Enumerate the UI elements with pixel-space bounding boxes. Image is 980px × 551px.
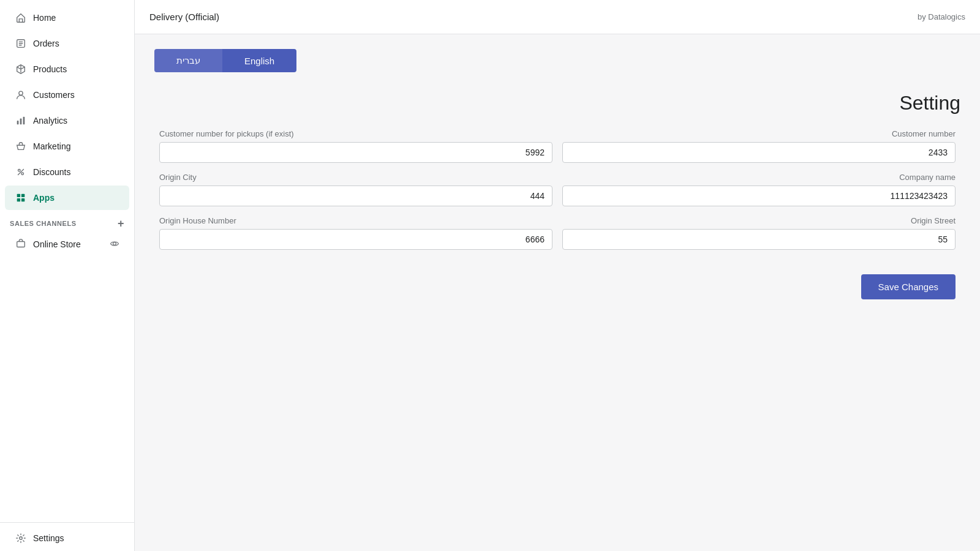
svg-point-13 [20,537,23,540]
english-button[interactable]: English [222,49,296,72]
by-label: by Datalogics [918,12,965,21]
save-changes-button[interactable]: Save Changes [861,274,956,299]
content-area: עברית English Setting Customer number fo… [135,34,980,551]
origin-house-label: Origin House Number [159,216,552,225]
sidebar-item-marketing-label: Marketing [33,141,70,151]
form-group-origin-city: Origin City [154,173,557,206]
sidebar-item-home-label: Home [33,13,56,23]
topbar: Delivery (Official) by Datalogics [135,0,980,34]
svg-rect-10 [21,198,24,201]
analytics-icon [15,114,27,127]
online-store-icon [15,238,27,250]
sidebar-item-apps-label: Apps [33,193,55,203]
svg-rect-11 [17,242,25,247]
origin-city-input[interactable] [159,186,552,206]
sidebar: Home Orders Products Customers Analytics… [0,0,135,551]
origin-house-input[interactable] [159,229,552,250]
add-sales-channel-button[interactable]: + [118,218,124,229]
language-toggle: עברית English [154,49,960,72]
svg-rect-8 [21,194,24,197]
settings-form: Customer number for pickups (if exist) C… [154,129,960,260]
orders-icon [15,37,27,50]
save-button-container: Save Changes [154,274,960,299]
origin-street-label: Origin Street [562,216,956,225]
svg-rect-9 [17,198,20,201]
online-store-visibility-icon[interactable] [110,239,119,250]
sidebar-item-orders[interactable]: Orders [5,31,129,56]
customer-number-input[interactable] [562,142,956,163]
sidebar-item-online-store[interactable]: Online Store [5,232,129,257]
form-group-origin-street: Origin Street [557,216,960,250]
svg-point-12 [113,242,116,245]
svg-rect-4 [23,117,25,125]
home-icon [15,12,27,24]
sidebar-item-marketing[interactable]: Marketing [5,134,129,159]
sidebar-item-settings-label: Settings [33,533,64,543]
sidebar-item-discounts[interactable]: Discounts [5,160,129,184]
hebrew-button[interactable]: עברית [154,49,222,72]
sidebar-item-home[interactable]: Home [5,6,129,30]
sidebar-item-analytics[interactable]: Analytics [5,108,129,133]
sidebar-bottom: Settings [0,522,134,551]
apps-icon [15,192,27,204]
sales-channels-section: SALES CHANNELS + [0,211,134,231]
sidebar-item-orders-label: Orders [33,39,59,48]
sidebar-item-discounts-label: Discounts [33,167,70,177]
svg-point-5 [18,170,21,172]
company-name-input[interactable] [562,186,956,206]
sidebar-item-settings[interactable]: Settings [5,526,129,550]
form-group-customer-number: Customer number [557,129,960,163]
sidebar-item-customers-label: Customers [33,90,75,100]
discounts-icon [15,166,27,178]
origin-street-input[interactable] [562,229,956,250]
svg-rect-2 [17,121,19,124]
svg-rect-7 [17,194,20,197]
svg-rect-3 [20,118,22,124]
company-name-label: Company name [562,173,956,182]
marketing-icon [15,140,27,152]
sales-channels-label: SALES CHANNELS [10,220,77,227]
products-icon [15,63,27,75]
sidebar-item-products-label: Products [33,64,67,74]
settings-title: Setting [154,92,960,114]
pickup-customer-label: Customer number for pickups (if exist) [159,129,552,138]
page-title: Delivery (Official) [149,12,219,22]
online-store-label: Online Store [33,239,81,249]
customers-icon [15,89,27,101]
form-group-origin-house: Origin House Number [154,216,557,250]
sidebar-item-customers[interactable]: Customers [5,83,129,107]
settings-icon [15,532,27,544]
svg-point-1 [19,91,23,95]
origin-city-label: Origin City [159,173,552,182]
pickup-customer-input[interactable] [159,142,552,163]
form-group-pickup-customer: Customer number for pickups (if exist) [154,129,557,163]
sidebar-item-products[interactable]: Products [5,57,129,81]
svg-point-6 [21,173,24,175]
form-group-company-name: Company name [557,173,960,206]
sidebar-item-analytics-label: Analytics [33,116,67,126]
customer-number-label: Customer number [562,129,956,138]
sidebar-item-apps[interactable]: Apps [5,186,129,210]
main-content: Delivery (Official) by Datalogics עברית … [135,0,980,551]
